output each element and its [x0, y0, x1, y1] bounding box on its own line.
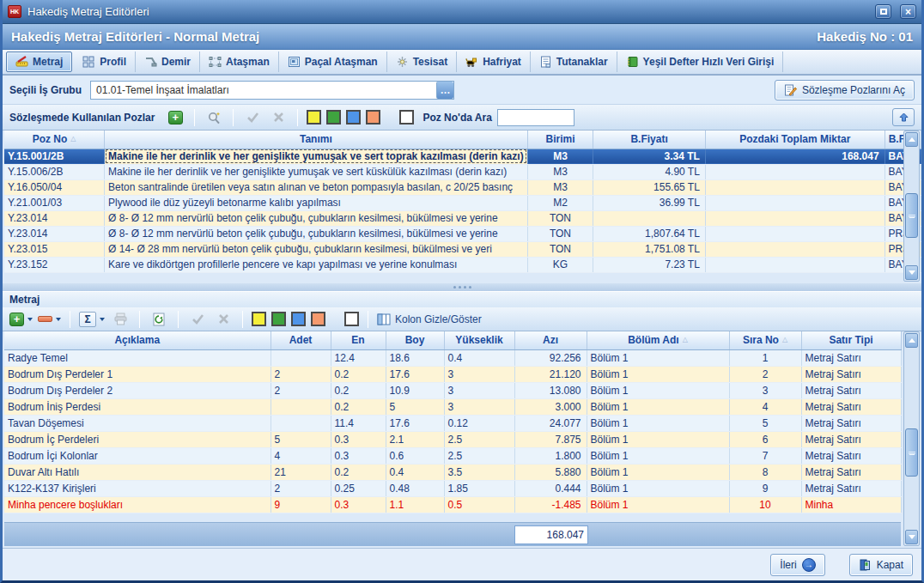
cell-tip[interactable]: Metraj Satırı [801, 382, 901, 398]
tab-profil[interactable]: Profil [74, 52, 136, 72]
cell-azi[interactable]: 1.800 [514, 447, 587, 464]
cell-sira[interactable]: 8 [729, 464, 801, 480]
cell-birim[interactable]: M3 [527, 179, 593, 195]
cell-aciklama[interactable]: Tavan Döşemesi [4, 415, 271, 431]
cell-boy[interactable]: 10.9 [386, 382, 444, 398]
cell-tip[interactable]: Metraj Satırı [801, 464, 901, 480]
cell-fiyat[interactable]: 1,807.64 TL [593, 226, 706, 241]
cell-tip[interactable]: Metraj Satırı [801, 415, 901, 431]
cell-en[interactable]: 0.2 [331, 464, 386, 480]
cell-aciklama[interactable]: Minha pencere boşlukları [4, 496, 271, 513]
cell-tanim[interactable]: Ø 8- Ø 12 mm nervürlü beton çelik çubuğu… [105, 210, 528, 226]
cell-en[interactable]: 12.4 [331, 349, 386, 366]
cell-tip[interactable]: Metraj Satırı [801, 431, 901, 447]
cell-azi[interactable]: 13.080 [514, 382, 587, 398]
tab-tesisat[interactable]: Tesisat [387, 52, 457, 72]
table-row[interactable]: Y.23.014Ø 8- Ø 12 mm nervürlü beton çeli… [4, 210, 921, 226]
add-poz-button[interactable]: + [165, 108, 185, 127]
table-row[interactable]: K122-K137 Kirişleri20.250.481.850.444Böl… [4, 480, 901, 496]
table-row[interactable]: Bodrum İç Perdeleri50.32.12.57.875Bölüm … [4, 431, 901, 447]
cell-sira[interactable]: 9 [729, 480, 801, 496]
cell-en[interactable]: 0.3 [331, 447, 386, 464]
cell-sira[interactable]: 10 [729, 496, 801, 513]
pozlar-scrollbar[interactable] [903, 131, 920, 282]
cell-en[interactable]: 0.3 [331, 431, 386, 447]
cell-tanim[interactable]: Ø 14- Ø 28 mm nervürlü beton çelik çubuğ… [105, 241, 528, 257]
cell-adet[interactable]: 2 [271, 480, 331, 496]
column-header-sira[interactable]: Sıra No△ [729, 331, 801, 349]
confirm-button[interactable] [187, 310, 208, 329]
cell-tanim[interactable]: Makine ile her derinlik ve her genişlikt… [105, 164, 528, 179]
table-row[interactable]: Y.23.014Ø 8- Ø 12 mm nervürlü beton çeli… [4, 226, 921, 241]
kapat-button[interactable]: Kapat [849, 554, 913, 576]
cell-en[interactable]: 0.2 [331, 366, 386, 382]
cell-poz_no[interactable]: Y.23.015 [4, 241, 105, 257]
table-row[interactable]: Duvar Altı Hatılı210.20.43.55.880Bölüm 1… [4, 464, 901, 480]
cell-birim[interactable]: M2 [527, 195, 593, 210]
column-header-yukseklik[interactable]: Yükseklik [444, 331, 514, 349]
cell-fiyat[interactable]: 36.99 TL [593, 195, 706, 210]
cell-sira[interactable]: 4 [729, 398, 801, 415]
cell-aciklama[interactable]: Bodrum Dış Perdeler 2 [4, 382, 271, 398]
cell-poz_no[interactable]: Y.15.006/2B [4, 164, 105, 179]
column-header-bolum[interactable]: Bölüm Adı△ [587, 331, 729, 349]
cell-en[interactable]: 11.4 [331, 415, 386, 431]
table-row[interactable]: Radye Temel12.418.60.492.256Bölüm 11Metr… [4, 349, 901, 366]
remove-row-button[interactable] [38, 310, 61, 329]
cell-bolum[interactable]: Bölüm 1 [587, 480, 729, 496]
cell-yukseklik[interactable]: 3.5 [444, 464, 514, 480]
cell-azi[interactable]: 0.444 [514, 480, 587, 496]
cell-fiyat[interactable]: 3.34 TL [593, 149, 706, 164]
tab-yesil-defter[interactable]: Yeşil Defter Hızlı Veri Girişi [617, 52, 784, 72]
cell-toplam[interactable] [705, 226, 884, 241]
cell-bolum[interactable]: Bölüm 1 [587, 366, 729, 382]
cell-yukseklik[interactable]: 3 [444, 382, 514, 398]
color-swatch-orange[interactable] [311, 312, 325, 326]
cell-birim[interactable]: KG [527, 257, 593, 272]
cell-adet[interactable]: 21 [271, 464, 331, 480]
color-swatch-yellow[interactable] [307, 110, 321, 124]
cell-azi[interactable]: 92.256 [514, 349, 587, 366]
cancel-button[interactable] [268, 108, 289, 127]
collapse-up-button[interactable] [892, 108, 915, 126]
cell-bolum[interactable]: Bölüm 1 [587, 447, 729, 464]
cell-aciklama[interactable]: Bodrum Dış Perdeler 1 [4, 366, 271, 382]
column-header-poz_no[interactable]: Poz No△ [4, 131, 105, 149]
cell-yukseklik[interactable]: 0.12 [444, 415, 514, 431]
column-header-toplam[interactable]: Pozdaki Toplam Miktar [705, 131, 884, 149]
metraj-scrollbar[interactable] [903, 331, 920, 546]
cell-fiyat[interactable]: 1,751.08 TL [593, 241, 706, 257]
scroll-up-button[interactable] [905, 132, 918, 147]
cell-poz_no[interactable]: Y.21.001/03 [4, 195, 105, 210]
cell-azi[interactable]: 21.120 [514, 366, 587, 382]
cell-boy[interactable]: 17.6 [386, 415, 444, 431]
cell-adet[interactable]: 9 [271, 496, 331, 513]
poz-search-input[interactable] [497, 109, 574, 126]
confirm-button[interactable] [242, 108, 263, 127]
cell-yukseklik[interactable]: 3 [444, 366, 514, 382]
cell-fiyat[interactable]: 155.65 TL [593, 179, 706, 195]
cell-bolum[interactable]: Bölüm 1 [587, 349, 729, 366]
cell-tanim[interactable]: Ø 8- Ø 12 mm nervürlü beton çelik çubuğu… [105, 226, 528, 241]
color-swatch-yellow[interactable] [252, 312, 266, 326]
cell-tip[interactable]: Metraj Satırı [801, 349, 901, 366]
add-row-button[interactable]: + [9, 310, 33, 329]
cell-toplam[interactable] [705, 241, 884, 257]
cell-bolum[interactable]: Bölüm 1 [587, 398, 729, 415]
cell-poz_no[interactable]: Y.23.152 [4, 257, 105, 272]
color-swatch-green[interactable] [271, 312, 286, 326]
table-row[interactable]: Y.16.050/04Beton santralinde üretilen ve… [4, 179, 921, 195]
cell-tanim[interactable]: Kare ve dikdörtgen profillerle pencere v… [105, 257, 528, 272]
print-button[interactable] [110, 310, 131, 329]
table-row[interactable]: Y.23.015Ø 14- Ø 28 mm nervürlü beton çel… [4, 241, 921, 257]
cell-azi[interactable]: 24.077 [514, 415, 587, 431]
cell-en[interactable]: 0.2 [331, 398, 386, 415]
cell-en[interactable]: 0.2 [331, 382, 386, 398]
column-header-aciklama[interactable]: Açıklama [4, 331, 271, 349]
table-row[interactable]: Y.23.152Kare ve dikdörtgen profillerle p… [4, 257, 921, 272]
table-row[interactable]: Bodrum İniş Perdesi0.2533.000Bölüm 14Met… [4, 398, 901, 415]
cell-birim[interactable]: TON [527, 226, 593, 241]
sum-button[interactable]: Σ [79, 310, 105, 329]
cell-toplam[interactable] [705, 195, 884, 210]
table-row[interactable]: Minha pencere boşlukları90.31.10.5-1.485… [4, 496, 901, 513]
